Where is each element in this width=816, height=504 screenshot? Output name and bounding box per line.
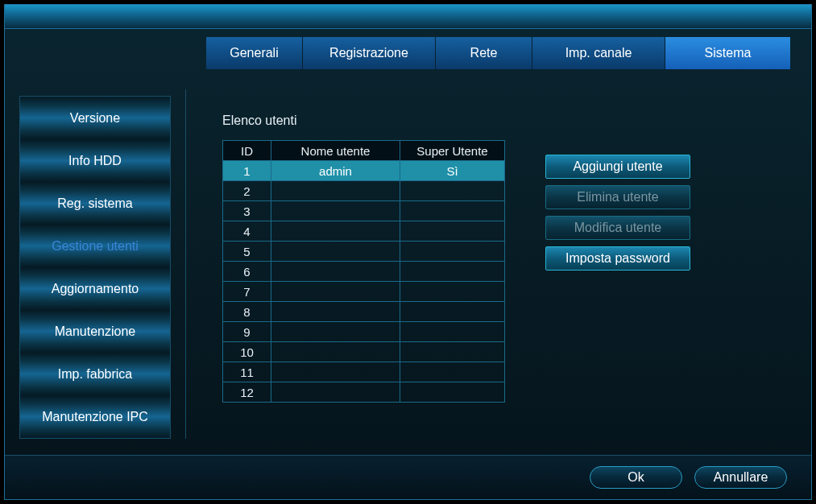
- table-cell-id: 5: [223, 242, 271, 262]
- main-panel: Elenco utenti ID Nome utente Super Utent…: [185, 89, 811, 439]
- delete-user-button[interactable]: Elimina utente: [545, 185, 690, 209]
- table-cell-super: [400, 181, 505, 201]
- sidebar-item-aggiornamento[interactable]: Aggiornamento: [20, 267, 170, 310]
- add-user-button[interactable]: Aggiungi utente: [545, 155, 690, 179]
- table-cell-super: [400, 201, 505, 221]
- table-cell-name: [271, 322, 400, 342]
- table-cell-id: 2: [223, 181, 271, 201]
- table-cell-name: [271, 201, 400, 221]
- sidebar-item-versione[interactable]: Versione: [20, 97, 170, 139]
- set-password-button[interactable]: Imposta password: [545, 246, 690, 271]
- table-cell-super: [400, 342, 505, 362]
- tab-generali[interactable]: Generali: [206, 37, 303, 69]
- table-cell-super: Sì: [400, 161, 505, 181]
- table-cell-id: 6: [223, 262, 271, 282]
- tab-rete[interactable]: Rete: [436, 37, 532, 69]
- table-cell-super: [400, 382, 505, 403]
- table-cell-id: 3: [223, 201, 271, 221]
- tab-imp-canale[interactable]: Imp. canale: [532, 37, 665, 69]
- table-cell-id: 9: [223, 322, 271, 342]
- table-cell-id: 12: [223, 382, 271, 403]
- table-row[interactable]: 12: [223, 382, 505, 403]
- table-cell-name: [271, 382, 400, 403]
- modify-user-button[interactable]: Modifica utente: [545, 216, 690, 240]
- window-titlebar: [5, 5, 811, 29]
- table-cell-super: [400, 362, 505, 382]
- table-row[interactable]: 1adminSì: [223, 161, 505, 181]
- content-area: Versione Info HDD Reg. sistema Gestione …: [5, 89, 811, 439]
- sidebar-item-manutenzione[interactable]: Manutenzione: [20, 310, 170, 353]
- action-buttons: Aggiungi utente Elimina utente Modifica …: [545, 155, 690, 403]
- table-cell-id: 10: [223, 342, 271, 362]
- table-cell-name: [271, 221, 400, 242]
- top-tabs: Generali Registrazione Rete Imp. canale …: [206, 37, 811, 69]
- table-row[interactable]: 7: [223, 282, 505, 302]
- table-cell-name: [271, 342, 400, 362]
- ok-button[interactable]: Ok: [590, 466, 682, 489]
- table-row[interactable]: 6: [223, 262, 505, 282]
- table-cell-name: [271, 262, 400, 282]
- footer: Ok Annullare: [5, 455, 811, 499]
- table-cell-name: [271, 282, 400, 302]
- table-cell-id: 11: [223, 362, 271, 382]
- sidebar: Versione Info HDD Reg. sistema Gestione …: [19, 96, 171, 439]
- table-cell-super: [400, 282, 505, 302]
- table-cell-id: 4: [223, 221, 271, 242]
- table-row[interactable]: 9: [223, 322, 505, 342]
- table-cell-name: [271, 302, 400, 322]
- table-row[interactable]: 8: [223, 302, 505, 322]
- tab-sistema[interactable]: Sistema: [665, 37, 790, 69]
- table-row[interactable]: 3: [223, 201, 505, 221]
- tab-registrazione[interactable]: Registrazione: [303, 37, 436, 69]
- table-cell-super: [400, 242, 505, 262]
- table-cell-name: [271, 242, 400, 262]
- table-cell-id: 8: [223, 302, 271, 322]
- table-cell-super: [400, 262, 505, 282]
- table-header-super: Super Utente: [400, 141, 505, 161]
- user-table-body: 1adminSì23456789101112: [223, 161, 505, 403]
- table-cell-id: 1: [223, 161, 271, 181]
- sidebar-item-manutenzione-ipc[interactable]: Manutenzione IPC: [20, 395, 170, 438]
- table-row[interactable]: 11: [223, 362, 505, 382]
- table-cell-name: admin: [271, 161, 400, 181]
- table-header-id: ID: [223, 141, 271, 161]
- cancel-button[interactable]: Annullare: [694, 466, 787, 489]
- table-cell-name: [271, 181, 400, 201]
- sidebar-item-imp-fabbrica[interactable]: Imp. fabbrica: [20, 353, 170, 395]
- table-cell-super: [400, 322, 505, 342]
- table-cell-id: 7: [223, 282, 271, 302]
- table-row[interactable]: 10: [223, 342, 505, 362]
- table-cell-super: [400, 302, 505, 322]
- table-cell-super: [400, 221, 505, 242]
- settings-window: Generali Registrazione Rete Imp. canale …: [4, 4, 812, 500]
- sidebar-item-info-hdd[interactable]: Info HDD: [20, 139, 170, 182]
- table-row[interactable]: 4: [223, 221, 505, 242]
- user-table: ID Nome utente Super Utente 1adminSì2345…: [222, 140, 505, 403]
- table-row[interactable]: 5: [223, 242, 505, 262]
- table-cell-name: [271, 362, 400, 382]
- section-title: Elenco utenti: [222, 114, 811, 128]
- sidebar-item-reg-sistema[interactable]: Reg. sistema: [20, 182, 170, 225]
- sidebar-item-gestione-utenti[interactable]: Gestione utenti: [20, 225, 170, 267]
- table-header-name: Nome utente: [271, 141, 400, 161]
- table-row[interactable]: 2: [223, 181, 505, 201]
